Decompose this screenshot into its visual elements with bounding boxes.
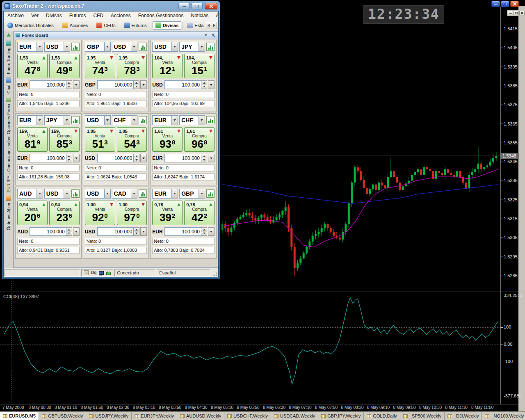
chart-tab-sp500-weekly[interactable]: _SP500,Weekly xyxy=(400,412,445,420)
currency1-select[interactable]: AUD xyxy=(17,189,43,199)
chart-tab-usdcad-weekly[interactable]: USDCAD,Weekly xyxy=(271,412,318,420)
close-icon[interactable] xyxy=(510,1,519,7)
amount-dropdown-icon[interactable] xyxy=(73,154,80,162)
chart-tab-gbpusd-weekly[interactable]: GBPUSD,Weekly xyxy=(39,412,86,420)
toolbar-scroll-right-icon[interactable] xyxy=(212,22,217,29)
open-chart-button[interactable] xyxy=(206,116,215,124)
chart-tab-audusd-weekly[interactable]: AUDUSD,Weekly xyxy=(177,412,224,420)
buy-price-button[interactable]: 1,00 Compra 970 xyxy=(117,201,147,225)
open-chart-button[interactable] xyxy=(206,189,215,198)
amount-dropdown-icon[interactable] xyxy=(140,227,147,236)
spinner-up-icon[interactable] xyxy=(134,154,139,158)
chevron-down-icon[interactable] xyxy=(64,116,70,125)
amount-dropdown-icon[interactable] xyxy=(73,227,80,236)
currency2-select[interactable]: USD xyxy=(112,42,138,52)
sell-price-button[interactable]: 1,95 Venta 743 xyxy=(85,54,115,78)
toolbar-scroll-left-icon[interactable] xyxy=(206,22,211,29)
sell-price-button[interactable]: 104, Venta 121 xyxy=(152,54,183,78)
buy-price-button[interactable]: 159, Compra 853 xyxy=(49,127,80,152)
maximize-button[interactable] xyxy=(192,3,203,9)
menu-item-noticias[interactable]: Noticias xyxy=(187,13,212,18)
amount-input[interactable]: 100.000 xyxy=(30,154,66,162)
sidebar-scroll-up-icon[interactable] xyxy=(6,32,11,37)
currency2-select[interactable]: CHF xyxy=(179,115,205,125)
amount-input[interactable]: 100.000 xyxy=(97,80,134,89)
amount-input[interactable]: 100.000 xyxy=(97,227,134,236)
buy-price-button[interactable]: 1,53 Compra 498 xyxy=(49,54,80,78)
buy-price-button[interactable]: 1,61 Compra 968 xyxy=(184,127,215,152)
spinner-up-icon[interactable] xyxy=(201,228,207,232)
saxo-titlebar[interactable]: SaxoTrader 2 - workspace.ok.7 xyxy=(3,1,219,11)
chevron-down-icon[interactable] xyxy=(171,189,178,198)
chart-tab-eurjpy-weekly[interactable]: EURJPY,Weekly xyxy=(132,412,177,420)
spinner-down-icon[interactable] xyxy=(134,232,139,236)
sell-price-button[interactable]: 1,00 Venta 920 xyxy=(85,201,115,225)
chevron-down-icon[interactable] xyxy=(37,189,43,198)
open-chart-button[interactable] xyxy=(71,43,80,51)
menu-item-archivo[interactable]: Archivo xyxy=(4,13,27,18)
amount-dropdown-icon[interactable] xyxy=(73,80,80,89)
spinner-up-icon[interactable] xyxy=(66,228,72,232)
menu-item-ver[interactable]: Ver xyxy=(27,13,42,18)
open-chart-button[interactable] xyxy=(206,43,215,51)
open-chart-button[interactable] xyxy=(139,189,147,198)
open-chart-button[interactable] xyxy=(139,116,147,124)
menu-item-divisas[interactable]: Divisas xyxy=(42,13,66,18)
amount-dropdown-icon[interactable] xyxy=(208,154,215,162)
currency1-select[interactable]: USD xyxy=(85,189,111,199)
panel-pin-icon[interactable] xyxy=(210,32,216,38)
currency2-select[interactable]: JPY xyxy=(44,115,70,125)
open-chart-button[interactable] xyxy=(71,116,80,124)
toolbar-item-futuros[interactable]: Futuros xyxy=(121,21,150,30)
spinner-up-icon[interactable] xyxy=(66,81,72,85)
buy-price-button[interactable]: 1,95 Compra 783 xyxy=(117,54,147,78)
open-chart-button[interactable] xyxy=(139,43,147,51)
chevron-down-icon[interactable] xyxy=(104,42,110,51)
chevron-down-icon[interactable] xyxy=(37,42,43,51)
amount-input[interactable]: 100.000 xyxy=(97,154,134,162)
toolbar-item-mercados-globales[interactable]: Mercados Globales xyxy=(5,21,57,30)
resize-grip[interactable] xyxy=(212,272,217,276)
amount-input[interactable]: 100.000 xyxy=(30,227,66,236)
spinner-up-icon[interactable] xyxy=(201,154,207,158)
chevron-down-icon[interactable] xyxy=(199,116,205,125)
chevron-down-icon[interactable] xyxy=(131,42,137,51)
chevron-down-icon[interactable] xyxy=(64,42,70,51)
spinner-down-icon[interactable] xyxy=(134,158,139,162)
chart-tab-dji-weekly[interactable]: _DJI,Weekly xyxy=(445,412,482,420)
chevron-down-icon[interactable] xyxy=(64,189,70,198)
spinner-up-icon[interactable] xyxy=(66,154,72,158)
currency1-select[interactable]: EUR xyxy=(152,115,178,125)
sell-price-button[interactable]: 0,94 Venta 206 xyxy=(17,201,48,225)
amount-input[interactable]: 100.000 xyxy=(164,154,201,162)
currency1-select[interactable]: USD xyxy=(152,42,178,52)
sidebar-tab-chat[interactable]: Chat xyxy=(6,78,11,94)
open-chart-button[interactable] xyxy=(71,189,80,198)
toolbar-item-divisas[interactable]: Divisas xyxy=(153,21,182,30)
menu-item-fondos-gestionados[interactable]: Fondos Gestionados xyxy=(135,13,187,18)
menu-item-futuros[interactable]: Futuros xyxy=(66,13,90,18)
chart-close-icon[interactable] xyxy=(519,11,525,15)
currency2-select[interactable]: JPY xyxy=(179,42,205,52)
spinner-up-icon[interactable] xyxy=(134,81,139,85)
currency1-select[interactable]: USD xyxy=(85,115,111,125)
spinner-down-icon[interactable] xyxy=(201,232,207,236)
chevron-down-icon[interactable] xyxy=(131,189,137,198)
sidebar-tab-eurjpy-operaciones-sobre-opciones-[interactable]: EURJPY - Operaciones sobre Opciones Fore… xyxy=(6,97,11,192)
close-button[interactable] xyxy=(205,3,217,9)
panel-header[interactable]: Forex Board xyxy=(14,32,218,39)
currency1-select[interactable]: EUR xyxy=(152,189,178,199)
buy-price-button[interactable]: 0,94 Compra 236 xyxy=(49,201,80,225)
currency1-select[interactable]: EUR xyxy=(17,42,43,52)
chart-tab-eurusd-m5[interactable]: EURUSD,M5 xyxy=(0,412,39,420)
currency2-select[interactable]: USD xyxy=(44,42,70,52)
toolbar-item-acciones[interactable]: Acciones xyxy=(59,21,91,30)
chart-tab-usdchf-weekly[interactable]: USDCHF,Weekly xyxy=(224,412,271,420)
sell-price-button[interactable]: 159, Venta 819 xyxy=(17,127,48,152)
chevron-down-icon[interactable] xyxy=(104,116,110,125)
currency2-select[interactable]: USD xyxy=(44,189,70,199)
menu-item-cfd[interactable]: CFD xyxy=(89,13,107,18)
amount-dropdown-icon[interactable] xyxy=(140,154,147,162)
currency2-select[interactable]: CHF xyxy=(112,115,138,125)
spinner-up-icon[interactable] xyxy=(201,81,207,85)
